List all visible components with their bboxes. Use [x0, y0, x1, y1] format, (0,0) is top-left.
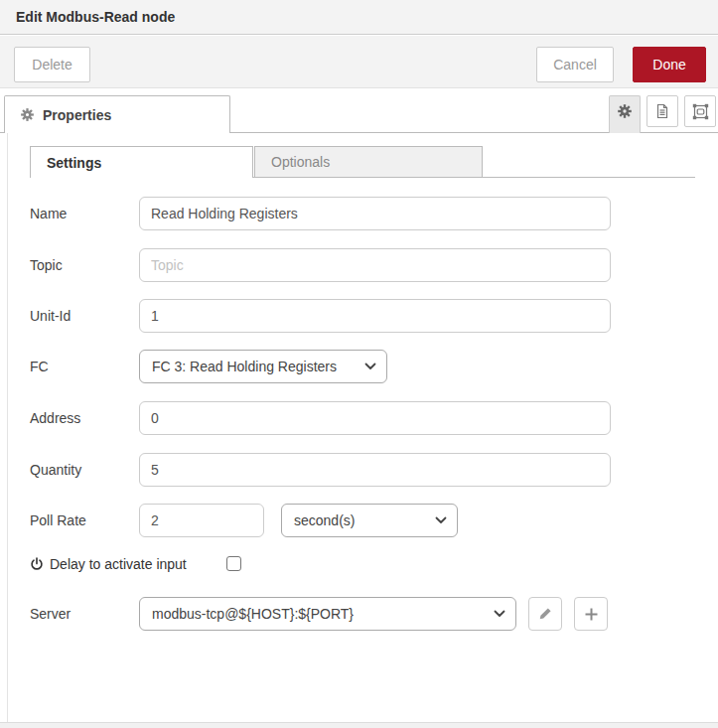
server-select[interactable]: modbus-tcp@${HOST}:${PORT}: [139, 597, 516, 631]
cancel-button[interactable]: Cancel: [536, 47, 614, 82]
tab-properties-label: Properties: [43, 107, 111, 123]
field-row-poll-rate: Poll Rate second(s): [0, 504, 718, 537]
done-button[interactable]: Done: [633, 47, 706, 82]
plus-icon: [585, 608, 598, 621]
chevron-down-icon: [364, 363, 376, 370]
tab-optionals[interactable]: Optionals: [254, 146, 483, 178]
tab-settings[interactable]: Settings: [30, 146, 253, 178]
field-row-delay: Delay to activate input: [0, 554, 718, 574]
field-row-name: Name: [0, 197, 718, 230]
delay-checkbox[interactable]: [226, 556, 241, 571]
field-row-topic: Topic: [0, 248, 718, 282]
poll-rate-input[interactable]: [139, 504, 264, 537]
dialog-toolbar: Delete Cancel Done: [0, 36, 718, 88]
unit-id-input[interactable]: [139, 299, 611, 333]
properties-icon-button[interactable]: [609, 95, 641, 133]
description-icon-button[interactable]: [646, 95, 678, 127]
field-row-fc: FC FC 3: Read Holding Registers: [0, 350, 718, 383]
field-row-quantity: Quantity: [0, 453, 718, 487]
dialog-title: Edit Modbus-Read node: [16, 9, 175, 25]
edit-server-button[interactable]: [528, 597, 562, 631]
dialog-footer-strip: [0, 722, 718, 728]
dialog-titlebar: Edit Modbus-Read node: [0, 0, 718, 35]
tab-settings-label: Settings: [47, 155, 101, 171]
gear-icon: [617, 103, 633, 119]
delay-label: Delay to activate input: [50, 556, 187, 572]
poll-rate-unit-select[interactable]: second(s): [281, 504, 458, 537]
chevron-down-icon: [494, 610, 505, 618]
quantity-input[interactable]: [139, 453, 611, 487]
name-label: Name: [30, 197, 67, 230]
unit-id-label: Unit-Id: [30, 299, 71, 333]
address-label: Address: [30, 401, 80, 435]
gear-icon: [20, 107, 35, 122]
appearance-icon-button[interactable]: [684, 95, 716, 127]
topic-input[interactable]: [139, 248, 611, 282]
server-label: Server: [30, 597, 71, 631]
field-row-unit-id: Unit-Id: [0, 299, 718, 333]
tab-optionals-label: Optionals: [271, 154, 330, 170]
fc-select-value: FC 3: Read Holding Registers: [152, 359, 359, 374]
fc-select[interactable]: FC 3: Read Holding Registers: [139, 350, 387, 383]
chevron-down-icon: [435, 516, 447, 524]
server-select-value: modbus-tcp@${HOST}:${PORT}: [152, 606, 488, 622]
quantity-label: Quantity: [30, 453, 81, 487]
appearance-icon: [692, 103, 709, 120]
field-row-address: Address: [0, 401, 718, 435]
pencil-icon: [538, 607, 552, 621]
delay-label-group: Delay to activate input: [30, 554, 187, 574]
add-server-button[interactable]: [574, 597, 608, 631]
power-icon: [30, 557, 44, 571]
name-input[interactable]: [139, 197, 611, 230]
document-icon: [654, 103, 670, 119]
delete-button[interactable]: Delete: [14, 47, 90, 82]
poll-rate-label: Poll Rate: [30, 504, 86, 537]
tab-properties[interactable]: Properties: [4, 95, 230, 133]
fc-label: FC: [30, 350, 49, 383]
topic-label: Topic: [30, 248, 63, 282]
address-input[interactable]: [139, 401, 611, 435]
poll-rate-unit-value: second(s): [294, 512, 429, 528]
field-row-server: Server modbus-tcp@${HOST}:${PORT}: [0, 597, 718, 631]
